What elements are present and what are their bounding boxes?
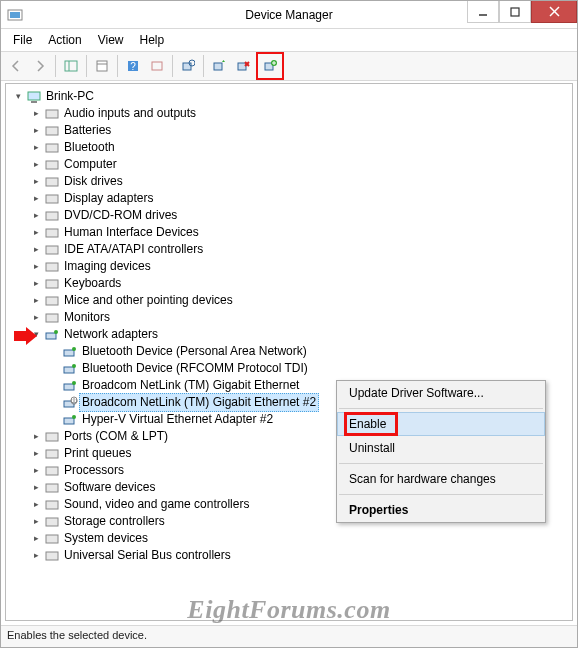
toolbar-separator (55, 55, 56, 77)
tree-twisty[interactable]: ▸ (30, 108, 42, 120)
tree-nic-1[interactable]: Bluetooth Device (RFCOMM Protocol TDI) (8, 360, 572, 377)
tree-twisty[interactable]: ▾ (12, 91, 24, 103)
tree-nic-0[interactable]: Bluetooth Device (Personal Area Network) (8, 343, 572, 360)
ctx-uninstall[interactable]: Uninstall (337, 436, 545, 460)
tree-item-10[interactable]: ▸ Keyboards (8, 275, 572, 292)
back-button[interactable] (5, 55, 27, 77)
tree-label: Bluetooth (64, 139, 115, 156)
tree-item-7[interactable]: ▸ Human Interface Devices (8, 224, 572, 241)
tree-twisty[interactable]: ▸ (30, 176, 42, 188)
maximize-button[interactable] (499, 1, 531, 23)
svg-rect-53 (46, 518, 58, 526)
ctx-enable-highlight (344, 412, 398, 436)
tree-twisty[interactable] (48, 380, 60, 392)
tree-twisty[interactable]: ▸ (30, 125, 42, 137)
menu-help[interactable]: Help (132, 31, 173, 49)
gen-icon (44, 480, 60, 496)
tree-twisty[interactable]: ▸ (30, 159, 42, 171)
tree-twisty[interactable]: ▸ (30, 295, 42, 307)
update-driver-button[interactable] (208, 55, 230, 77)
tree-twisty[interactable] (48, 363, 60, 375)
tree-label: Software devices (64, 479, 155, 496)
tree-twisty[interactable]: ▸ (30, 533, 42, 545)
svg-rect-30 (46, 229, 58, 237)
action-button[interactable] (146, 55, 168, 77)
tree-item-8[interactable]: ▸ IDE ATA/ATAPI controllers (8, 241, 572, 258)
svg-rect-23 (46, 110, 58, 118)
tree-twisty[interactable] (48, 346, 60, 358)
tree-label: Ports (COM & LPT) (64, 428, 168, 445)
tree-label: DVD/CD-ROM drives (64, 207, 177, 224)
tree-item-9[interactable]: ▸ Imaging devices (8, 258, 572, 275)
ctx-properties[interactable]: Properties (337, 498, 545, 522)
tree-twisty[interactable] (48, 414, 60, 426)
svg-rect-55 (46, 552, 58, 560)
context-menu: Update Driver Software... Enable Uninsta… (336, 380, 546, 523)
tree-twisty[interactable]: ▸ (30, 499, 42, 511)
svg-rect-25 (46, 144, 58, 152)
tree-twisty[interactable]: ▸ (30, 465, 42, 477)
tree-twisty[interactable]: ▸ (30, 227, 42, 239)
menu-action[interactable]: Action (40, 31, 89, 49)
svg-rect-36 (46, 333, 56, 339)
svg-rect-21 (28, 92, 40, 100)
tree-item-4[interactable]: ▸ Disk drives (8, 173, 572, 190)
svg-rect-3 (511, 8, 519, 16)
tree-item-6[interactable]: ▸ DVD/CD-ROM drives (8, 207, 572, 224)
tree-twisty[interactable]: ▸ (30, 448, 42, 460)
tree-twisty[interactable]: ▸ (30, 516, 42, 528)
tree-label: Display adapters (64, 190, 153, 207)
tree-itemb-7[interactable]: ▸ Universal Serial Bus controllers (8, 547, 572, 564)
help-button[interactable]: ? (122, 55, 144, 77)
tree-twisty[interactable]: ▸ (30, 244, 42, 256)
tree-twisty[interactable]: ▸ (30, 431, 42, 443)
tree-item-1[interactable]: ▸ Batteries (8, 122, 572, 139)
tree-item-3[interactable]: ▸ Computer (8, 156, 572, 173)
tree-twisty[interactable]: ▸ (30, 142, 42, 154)
tree-item-12[interactable]: ▸ Monitors (8, 309, 572, 326)
ctx-update-driver[interactable]: Update Driver Software... (337, 381, 545, 405)
gen-icon (44, 293, 60, 309)
svg-rect-50 (46, 467, 58, 475)
tree-label: Hyper-V Virtual Ethernet Adapter #2 (82, 411, 273, 428)
menu-file[interactable]: File (5, 31, 40, 49)
tree-twisty[interactable]: ▸ (30, 261, 42, 273)
tree-twisty[interactable] (48, 397, 60, 409)
svg-rect-34 (46, 297, 58, 305)
enable-device-button[interactable] (259, 55, 281, 77)
forward-button[interactable] (29, 55, 51, 77)
svg-point-41 (72, 364, 76, 368)
tree-label: Universal Serial Bus controllers (64, 547, 231, 564)
tree-twisty[interactable]: ▸ (30, 312, 42, 324)
uninstall-button[interactable] (232, 55, 254, 77)
net-icon (62, 378, 78, 394)
show-hide-tree-button[interactable] (60, 55, 82, 77)
tree-twisty[interactable]: ▸ (30, 550, 42, 562)
menu-view[interactable]: View (90, 31, 132, 49)
tree-item-2[interactable]: ▸ Bluetooth (8, 139, 572, 156)
svg-rect-48 (46, 433, 58, 441)
device-tree-panel[interactable]: ▾ Brink-PC ▸ Audio inputs and outputs ▸ … (5, 83, 573, 621)
ctx-separator (339, 408, 543, 409)
svg-rect-40 (64, 367, 74, 373)
device-manager-window: Device Manager File Action View Help ? (0, 0, 578, 648)
tree-item-11[interactable]: ▸ Mice and other pointing devices (8, 292, 572, 309)
close-button[interactable] (531, 1, 577, 23)
tree-item-5[interactable]: ▸ Display adapters (8, 190, 572, 207)
properties-button[interactable] (91, 55, 113, 77)
tree-twisty[interactable]: ▸ (30, 278, 42, 290)
tree-twisty[interactable]: ▸ (30, 210, 42, 222)
gen-icon (44, 446, 60, 462)
tree-twisty[interactable]: ▸ (30, 482, 42, 494)
ctx-scan[interactable]: Scan for hardware changes (337, 467, 545, 491)
tree-twisty[interactable]: ▸ (30, 193, 42, 205)
minimize-button[interactable] (467, 1, 499, 23)
svg-point-37 (54, 330, 58, 334)
ctx-enable[interactable]: Enable (337, 412, 545, 436)
scan-hardware-button[interactable] (177, 55, 199, 77)
tree-root[interactable]: ▾ Brink-PC (8, 88, 572, 105)
tree-item-0[interactable]: ▸ Audio inputs and outputs (8, 105, 572, 122)
tree-itemb-6[interactable]: ▸ System devices (8, 530, 572, 547)
tree-network-adapters[interactable]: ▾ Network adapters (8, 326, 572, 343)
gen-icon (44, 548, 60, 564)
